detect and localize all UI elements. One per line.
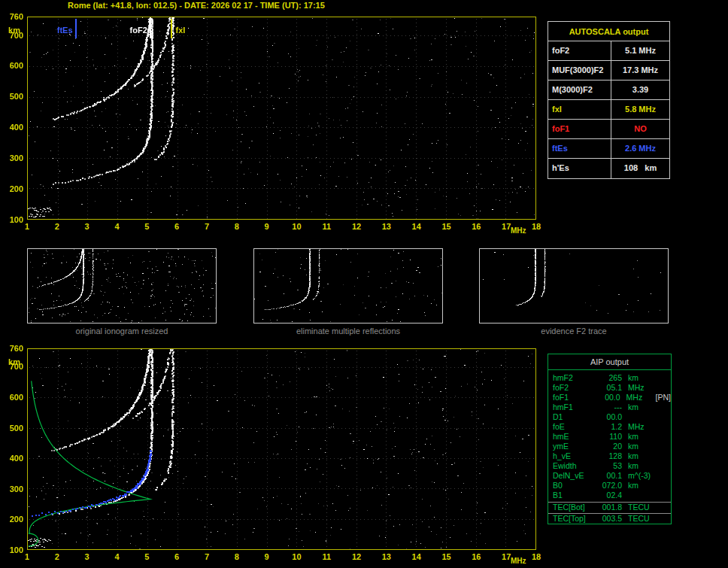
screen: Rome (lat: +41.8, lon: 012.5) - DATE: 20… [0,0,728,568]
bottom-y-axis-tick: 760 [0,345,23,353]
aip-tec-value: 003.5 [595,514,622,524]
autoscala-row: foF1NO [548,120,669,139]
bottom-x-axis-tick: 14 [410,553,423,561]
aip-unit: m^(-3) [628,471,657,481]
autoscala-value: 17.3 MHz [611,61,669,80]
foF2-marker-line [150,19,151,38]
main-y-axis-tick: 400 [0,123,23,132]
main-x-axis-tick: 8 [230,223,244,231]
aip-row: hmE110km [553,432,671,442]
aip-value: 02.4 [595,491,622,500]
fxI-marker-label: fxI [176,26,186,35]
aip-param: hmF1 [553,402,595,412]
autoscala-param: foF1 [548,120,611,138]
aip-value: 110 [595,432,622,442]
aip-unit: km [628,451,657,461]
thumbnail-original-ionogram [27,248,217,323]
bottom-y-axis-tick: 400 [0,454,23,463]
main-ionogram-canvas [28,17,535,219]
main-x-axis-tick: 1 [20,223,34,231]
ftEs-marker-label: ftEs [37,26,73,35]
aip-table-rows: hmF2265kmfoF205.1MHzfoF100.0MHz[PN]hmF1-… [548,370,671,502]
aip-row: h_vE128km [553,451,671,461]
aip-row: DelN_vE00.1m^(-3) [553,471,671,481]
thumbnail-f2-canvas [480,249,668,323]
aip-unit: km [628,442,657,451]
page-title: Rome (lat: +41.8, lon: 012.5) - DATE: 20… [68,1,325,10]
main-ionogram-plot: ftEsfoF2fxI [27,17,536,220]
aip-row: foF100.0MHz[PN] [553,393,671,402]
autoscala-row: M(3000)F23.39 [548,80,669,100]
aip-unit: km [628,461,657,471]
aip-row: Ewidth53km [553,461,671,471]
aip-tec-row: TEC[Bot]001.8TECU [548,502,671,513]
aip-unit [628,491,657,500]
bottom-y-axis-tick: 300 [0,485,23,494]
main-x-axis-tick: 3 [80,223,94,231]
bottom-x-axis-tick: 5 [140,553,153,561]
thumbnail-eliminate-reflections [253,248,443,323]
aip-param: h_vE [553,451,595,461]
restored-ionogram-canvas [28,349,535,549]
aip-tec-unit: TECU [628,514,657,524]
aip-param: hmF2 [553,373,595,383]
thumbnail-caption-f2-trace: evidence F2 trace [479,327,669,336]
thumbnail-caption-original: original ionogram resized [27,327,217,336]
aip-value: 1.2 [595,422,622,432]
aip-value: 128 [595,451,622,461]
autoscala-param: M(3000)F2 [548,80,611,99]
aip-unit: MHz [628,422,657,432]
main-y-axis-tick: 300 [0,154,23,163]
autoscala-param: h'Es [548,159,611,178]
main-x-axis-tick: 16 [469,223,483,231]
autoscala-param: ftEs [548,139,611,158]
aip-unit: km [628,402,657,412]
bottom-x-axis-tick: 7 [200,553,214,561]
main-x-axis-tick: 12 [350,223,363,231]
aip-unit: km [628,432,657,442]
aip-tec-param: TEC[Top] [553,514,595,524]
autoscala-value: 108 km [611,159,669,178]
autoscala-table-title: AUTOSCALA output [548,22,669,41]
aip-row: ymE20km [553,442,671,451]
aip-value: --- [595,402,622,412]
main-y-axis-tick: 600 [0,62,23,70]
aip-tec-row: TEC[Top]003.5TECU [548,513,671,524]
restored-ionogram-plot [27,348,536,550]
aip-unit: km [628,373,657,383]
aip-tec-unit: TECU [628,503,657,513]
bottom-y-axis-tick: 200 [0,515,23,524]
main-x-axis-tick: 2 [50,223,64,231]
aip-value: 00.0 [595,412,622,422]
aip-value: 00.1 [595,471,622,481]
bottom-x-axis-tick: 16 [469,553,483,561]
bottom-x-axis-tick: 10 [290,553,303,561]
bottom-x-axis-tick: 9 [260,553,274,561]
aip-param: B1 [553,491,595,500]
aip-param: DelN_vE [553,471,595,481]
aip-row: hmF1---km [553,402,671,412]
aip-param: foE [553,422,595,432]
autoscala-row: MUF(3000)F217.3 MHz [548,61,669,80]
thumbnail-eliminate-canvas [254,249,442,323]
bottom-x-axis-unit: MHz [511,557,526,565]
fxI-marker-line [171,19,172,38]
bottom-x-axis-tick: 8 [230,553,244,561]
aip-param: Ewidth [553,461,595,471]
autoscala-value: 5.8 MHz [611,100,669,119]
bottom-x-axis-tick: 2 [50,553,64,561]
aip-output-table: AIP output hmF2265kmfoF205.1MHzfoF100.0M… [548,354,672,524]
bottom-x-axis-tick: 11 [320,553,333,561]
bottom-y-axis-tick: 500 [0,424,23,433]
thumbnail-f2-trace [479,248,669,323]
thumbnail-caption-eliminate: eliminate multiple reflections [253,327,443,336]
bottom-x-axis-tick: 15 [440,553,453,561]
bottom-x-axis-tick: 18 [529,553,543,561]
aip-unit: km [628,481,657,491]
thumbnail-original-canvas [28,249,216,323]
autoscala-param: fxI [548,100,611,119]
aip-row: B0072.0km [553,481,671,491]
aip-tec-param: TEC[Bot] [553,503,595,513]
main-x-axis-tick: 4 [110,223,123,231]
main-x-axis-tick: 6 [170,223,184,231]
